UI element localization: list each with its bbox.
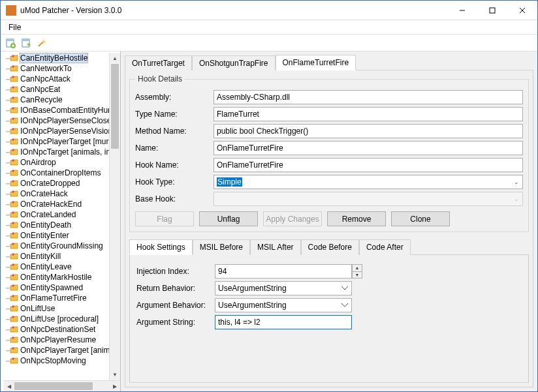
svg-rect-5 (7, 39, 14, 41)
tree-item[interactable]: ⋯OnCrateHack (3, 188, 120, 199)
close-button[interactable] (507, 1, 537, 20)
tree-item[interactable]: ⋯OnCrateHackEnd (3, 199, 120, 209)
scroll-up-arrow[interactable]: ▲ (110, 53, 120, 64)
tree-vscrollbar[interactable]: ▲ ▼ (109, 53, 120, 380)
flag-button: Flag (135, 211, 194, 226)
tree-item[interactable]: ⋯OnLiftUse [procedural] (3, 314, 120, 324)
top-tab[interactable]: OnFlameTurretFire (276, 55, 356, 70)
input-name[interactable] (214, 141, 523, 155)
select-hook-type[interactable]: Simple ⌄ (214, 175, 523, 189)
tree-item[interactable]: ⋯OnNpcPlayerResume (3, 335, 120, 345)
folder-icon (10, 357, 19, 365)
tree-connector: ⋯ (6, 86, 8, 93)
tree-item-label: OnEntitySpawned (20, 283, 83, 292)
clone-button[interactable]: Clone (391, 211, 450, 226)
tree-item[interactable]: ⋯IOnNpcPlayerSenseClose (3, 115, 120, 126)
scroll-left-arrow[interactable]: ◀ (3, 381, 14, 391)
select-return-behavior[interactable]: UseArgumentString (215, 281, 352, 295)
scroll-hthumb[interactable] (14, 382, 93, 390)
top-tab[interactable]: OnShotgunTrapFire (192, 55, 276, 70)
tree-item[interactable]: ⋯OnEntityGroundMissing (3, 241, 120, 251)
folder-icon (10, 106, 19, 114)
folder-icon (10, 305, 19, 312)
tree-item[interactable]: ⋯OnCrateDropped (3, 178, 120, 188)
tree-connector: ⋯ (6, 149, 8, 156)
sub-tab[interactable]: Code After (359, 239, 411, 255)
tree-item[interactable]: ⋯OnNpcStopMoving (3, 355, 120, 366)
menu-file[interactable]: File (3, 22, 26, 33)
minimize-button[interactable] (447, 1, 477, 20)
tree-item[interactable]: ⋯IOnBaseCombatEntityHurt (3, 105, 120, 115)
scroll-track[interactable] (110, 149, 120, 369)
tree-item[interactable]: ⋯OnEntitySpawned (3, 282, 120, 293)
tree-item[interactable]: ⋯IOnNpcTarget [animals, int (3, 147, 120, 157)
main-panel: OnTurretTargetOnShotgunTrapFireOnFlameTu… (121, 52, 537, 391)
tree-item[interactable]: ⋯CanNpcEat (3, 84, 120, 95)
folder-icon (10, 211, 19, 219)
remove-button[interactable]: Remove (327, 211, 386, 226)
sub-tab[interactable]: Code Before (301, 239, 359, 255)
input-argument-string[interactable] (215, 315, 352, 329)
top-tabs: OnTurretTargetOnShotgunTrapFireOnFlameTu… (125, 54, 533, 70)
tree-item[interactable]: ⋯OnEntityKill (3, 251, 120, 262)
label-method-name: Method Name: (135, 127, 214, 136)
toolbar-wand-icon[interactable] (35, 36, 49, 50)
tree-item-label: OnNpcPlayerResume (20, 335, 96, 344)
tree-item[interactable]: ⋯CanRecycle (3, 95, 120, 105)
tree-hscrollbar[interactable]: ◀ ▶ (3, 380, 120, 391)
spin-up-icon[interactable]: ▲ (352, 264, 362, 271)
unflag-button[interactable]: Unflag (199, 211, 258, 226)
select-argument-behavior[interactable]: UseArgumentString (215, 298, 352, 312)
tree-item[interactable]: ⋯OnFlameTurretFire (3, 293, 120, 303)
svg-rect-10 (22, 39, 29, 41)
select-base-hook: ⌄ (214, 192, 523, 206)
tree-item[interactable]: ⋯OnContainerDropItems (3, 168, 120, 178)
tree-item[interactable]: ⋯OnEntityMarkHostile (3, 272, 120, 282)
input-injection-index[interactable] (215, 264, 352, 279)
tree-item[interactable]: ⋯CanNpcAttack (3, 74, 120, 84)
tree-connector: ⋯ (6, 117, 8, 125)
tree-item[interactable]: ⋯OnCrateLanded (3, 209, 120, 220)
tree-connector: ⋯ (6, 201, 8, 208)
tree-item[interactable]: ⋯OnEntityLeave (3, 262, 120, 272)
sub-tab[interactable]: MSIL After (250, 239, 301, 255)
toolbar-open-icon[interactable] (19, 36, 33, 50)
tree-item[interactable]: ⋯OnEntityDeath (3, 220, 120, 230)
tree-item-label: OnLiftUse (20, 304, 55, 313)
input-method-name[interactable] (214, 124, 523, 138)
tree-item-label: CanNpcAttack (20, 74, 71, 83)
input-hook-name[interactable] (214, 158, 523, 172)
input-assembly[interactable] (214, 90, 523, 104)
sub-tab[interactable]: Hook Settings (129, 239, 193, 255)
sub-tab[interactable]: MSIL Before (193, 239, 250, 255)
tree-item-label: CanNpcEat (20, 85, 60, 94)
label-hook-name: Hook Name: (135, 160, 214, 170)
scroll-htrack[interactable] (93, 381, 109, 391)
scroll-thumb[interactable] (111, 64, 119, 149)
tree-item[interactable]: ⋯OnEntityEnter (3, 230, 120, 241)
tree-item[interactable]: ⋯CanNetworkTo (3, 63, 120, 74)
scroll-right-arrow[interactable]: ▶ (109, 381, 120, 391)
tree-item[interactable]: ⋯OnNpcDestinationSet (3, 324, 120, 335)
maximize-button[interactable] (477, 1, 507, 20)
tree-connector: ⋯ (6, 337, 8, 344)
tree-connector: ⋯ (6, 264, 8, 271)
tree-connector: ⋯ (6, 232, 8, 239)
spin-down-icon[interactable]: ▼ (352, 271, 362, 279)
tree-item[interactable]: ⋯CanEntityBeHostile (3, 53, 120, 63)
toolbar-new-icon[interactable] (3, 36, 18, 50)
tree-connector: ⋯ (6, 222, 8, 229)
tree-item-label: OnAirdrop (20, 158, 56, 167)
tree-item-label: IOnBaseCombatEntityHurt (20, 106, 112, 115)
tree-connector: ⋯ (6, 170, 8, 177)
top-tab[interactable]: OnTurretTarget (125, 55, 192, 70)
tree-item[interactable]: ⋯IOnNpcPlayerTarget [murd (3, 136, 120, 147)
spinner-injection-index[interactable]: ▲ ▼ (215, 264, 362, 279)
tree-item[interactable]: ⋯IOnNpcPlayerSenseVision (3, 126, 120, 136)
input-type-name[interactable] (214, 107, 523, 121)
tree-item[interactable]: ⋯OnLiftUse (3, 303, 120, 314)
tree-item[interactable]: ⋯OnAirdrop (3, 157, 120, 168)
scroll-down-arrow[interactable]: ▼ (110, 369, 120, 380)
folder-icon (10, 169, 19, 177)
tree-item[interactable]: ⋯OnNpcPlayerTarget [anima (3, 345, 120, 355)
